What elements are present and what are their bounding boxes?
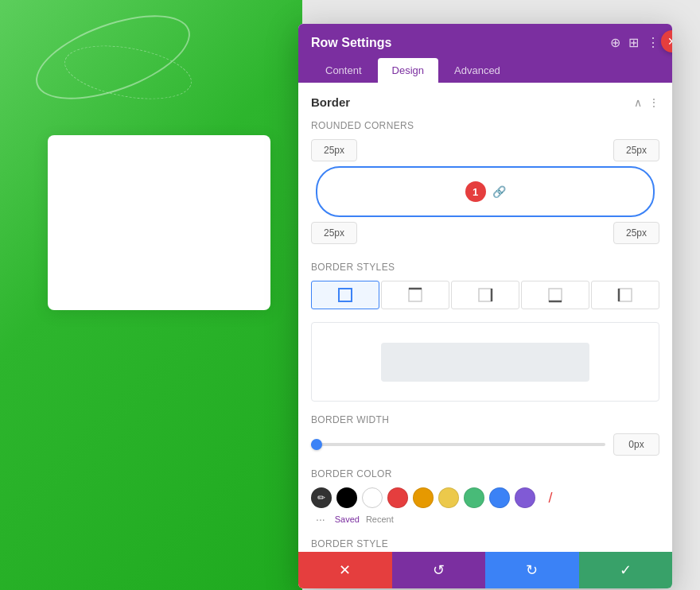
saved-label[interactable]: Saved <box>335 514 360 524</box>
save-icon: ✓ <box>620 561 632 579</box>
border-preview <box>311 322 659 402</box>
panel-header: Row Settings ⊕ ⊞ ⋮ Content Design Advanc… <box>298 24 672 83</box>
border-style-top[interactable] <box>381 281 449 309</box>
border-width-row <box>311 433 659 456</box>
panel-header-icons: ⊕ ⊞ ⋮ <box>610 35 659 50</box>
corner-bottom-right-input[interactable] <box>613 222 659 244</box>
border-section-header: Border ∧ ⋮ <box>311 95 659 109</box>
corners-container: 2 1 🔗 <box>311 139 659 244</box>
cancel-button[interactable]: ✕ <box>298 552 392 588</box>
border-style-dropdown-subsection: Border Style Solid Dashed Dotted Double <box>311 538 659 552</box>
border-styles-subsection: Border Styles <box>311 262 659 309</box>
corner-bottom-left-input[interactable] <box>311 222 357 244</box>
border-style-dropdown-label: Border Style <box>311 538 659 549</box>
border-color-subsection: Border Color ✏ <box>311 468 659 526</box>
rounded-corners-label: Rounded Corners <box>311 120 659 131</box>
settings-icon[interactable]: ⊕ <box>610 35 620 50</box>
border-color-label: Border Color <box>311 468 659 479</box>
rounded-corners-subsection: Rounded Corners 2 1 🔗 <box>311 120 659 244</box>
save-button[interactable]: ✓ <box>579 552 673 588</box>
border-style-right[interactable] <box>451 281 519 309</box>
tab-advanced[interactable]: Advanced <box>440 58 515 83</box>
row-settings-panel: ✕ Row Settings ⊕ ⊞ ⋮ Content Design Adva… <box>298 24 672 588</box>
panel-body: Border ∧ ⋮ Rounded Corners 2 <box>298 83 672 552</box>
recent-label[interactable]: Recent <box>366 514 394 524</box>
corners-middle: 2 1 🔗 <box>311 166 659 217</box>
tab-content[interactable]: Content <box>311 58 376 83</box>
border-width-label: Border Width <box>311 414 659 425</box>
svg-rect-7 <box>619 289 632 301</box>
border-width-subsection: Border Width <box>311 414 659 456</box>
canvas-white-block <box>48 135 270 310</box>
swatch-red[interactable] <box>387 487 408 508</box>
tab-design[interactable]: Design <box>378 58 438 83</box>
corners-bottom-row <box>311 222 659 244</box>
svg-rect-5 <box>549 289 562 301</box>
swatch-transparent[interactable]: / <box>540 487 561 508</box>
color-swatches: ✏ / <box>311 487 659 508</box>
swatch-orange[interactable] <box>413 487 434 508</box>
svg-rect-0 <box>339 289 352 301</box>
badge-1: 1 <box>465 181 486 202</box>
section-more-icon[interactable]: ⋮ <box>648 96 659 109</box>
border-width-slider[interactable] <box>311 443 605 446</box>
border-style-left[interactable] <box>591 281 659 309</box>
swatch-green[interactable] <box>464 487 484 508</box>
corner-top-right-input[interactable] <box>613 139 659 161</box>
svg-rect-3 <box>479 289 492 301</box>
redo-button[interactable]: ↻ <box>485 552 579 588</box>
section-controls: ∧ ⋮ <box>634 96 659 109</box>
swatch-black[interactable] <box>336 487 357 508</box>
swatch-purple[interactable] <box>515 487 535 508</box>
swatch-blue[interactable] <box>489 487 510 508</box>
grid-icon[interactable]: ⊞ <box>628 35 639 50</box>
bottom-bar: ✕ ↺ ↻ ✓ <box>298 552 672 588</box>
border-style-all[interactable] <box>311 281 379 309</box>
more-icon[interactable]: ⋮ <box>647 35 659 50</box>
border-style-bottom[interactable] <box>521 281 589 309</box>
preview-inner <box>381 343 589 382</box>
undo-button[interactable]: ↺ <box>392 552 486 588</box>
corners-top-row <box>311 139 659 161</box>
redo-icon: ↻ <box>526 561 538 579</box>
border-width-input[interactable] <box>613 433 659 456</box>
border-styles-label: Border Styles <box>311 262 659 273</box>
undo-icon: ↺ <box>433 561 445 579</box>
tab-bar: Content Design Advanced <box>311 58 659 83</box>
collapse-icon[interactable]: ∧ <box>634 96 642 109</box>
color-more-button[interactable]: ··· <box>313 513 329 526</box>
panel-title: Row Settings <box>311 36 391 50</box>
corner-preview: 1 🔗 <box>316 166 655 217</box>
svg-rect-1 <box>409 289 422 301</box>
color-picker-button[interactable]: ✏ <box>311 487 332 508</box>
swatch-yellow[interactable] <box>438 487 459 508</box>
link-icon[interactable]: 🔗 <box>492 185 506 198</box>
border-style-buttons <box>311 281 659 309</box>
corner-top-left-input[interactable] <box>311 139 357 161</box>
cancel-icon: ✕ <box>339 561 351 579</box>
border-title: Border <box>311 95 350 109</box>
swatch-white[interactable] <box>362 487 383 508</box>
